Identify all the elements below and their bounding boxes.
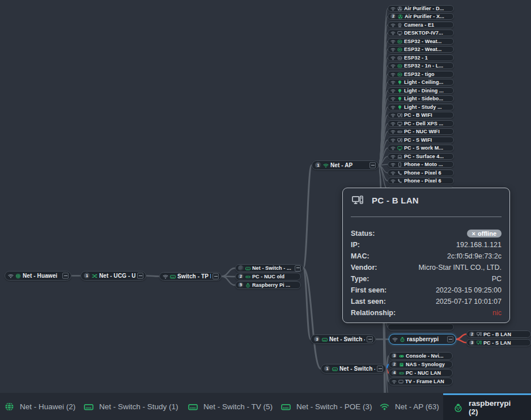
tab-raspberrypi-2[interactable]: raspberrypi (2): [443, 393, 531, 420]
switch-icon: [84, 402, 94, 411]
switch-icon: [332, 366, 338, 372]
wifi-icon: [380, 402, 389, 411]
node-ap22[interactable]: Phone - Pixel 6: [388, 177, 454, 184]
wifi-icon: [390, 179, 396, 184]
minipc-icon: [245, 274, 250, 279]
wifi-icon: [390, 138, 396, 143]
popup-fields: Status:×offlineIP:192.168.1.121MAC:2c:f0…: [351, 228, 502, 319]
switch-icon: [170, 274, 176, 279]
tab-net-switch-poe-3[interactable]: Net - Switch - POE (3): [281, 393, 372, 420]
node-ap[interactable]: 1Net - AP: [312, 160, 379, 170]
collapse-button[interactable]: [213, 273, 219, 279]
node-ap4[interactable]: DESKTOP-IV7...: [388, 29, 454, 36]
tab-label: Net - AP (63): [395, 402, 439, 411]
bulb-icon: [397, 105, 402, 110]
nas-icon: [399, 362, 404, 367]
collapse-button[interactable]: [377, 366, 383, 372]
wifi-icon: [163, 274, 168, 279]
shuffle-icon: [92, 273, 97, 279]
node-ap15[interactable]: PC - Dell XPS ...: [388, 120, 454, 127]
node-ap19[interactable]: PC - Surface 4...: [388, 153, 454, 160]
node-clip2[interactable]: [388, 324, 454, 330]
node-ap20[interactable]: Phone - Moto ...: [388, 161, 454, 168]
wifi-icon: [390, 154, 396, 159]
chip-icon: [397, 39, 402, 44]
collapse-button[interactable]: [62, 273, 69, 279]
node-hub[interactable]: Net - Switch - ...: [235, 264, 303, 272]
raspberry-icon: [453, 403, 463, 413]
tab-net-switch-study-1[interactable]: Net - Switch - Study (1): [84, 393, 179, 420]
gamepad-icon: [399, 354, 404, 359]
field-value: 2c:f0:5d:9e:73:2c: [447, 252, 502, 260]
node-ap9[interactable]: ESP32 - tigo: [388, 71, 454, 78]
tab-net-switch-tv-5[interactable]: Net - Switch - TV (5): [188, 393, 273, 420]
node-ap18[interactable]: PC - S work M...: [388, 145, 454, 151]
node-ap12[interactable]: Light - Sidebo...: [388, 95, 454, 102]
field-value: Micro-Star INTL CO., LTD.: [418, 264, 502, 271]
node-nuclan[interactable]: 4PC - NUC LAN: [389, 369, 453, 377]
field-label: Vendor:: [351, 264, 377, 271]
field-value: 2025-07-17 10:01:07: [436, 298, 502, 306]
node-ap21[interactable]: Phone - Pixel 6: [388, 169, 454, 176]
node-label: Console - Nvi...: [406, 353, 451, 359]
node-tp[interactable]: Switch - TP li...: [159, 272, 222, 281]
node-ap2[interactable]: 2Air Purifier - X...: [388, 13, 454, 20]
tab-net-huawei-2[interactable]: Net - Huawei (2): [5, 393, 75, 420]
node-console[interactable]: 3Console - Nvi...: [389, 352, 453, 360]
node-ap16[interactable]: PC - NUC WIFI: [388, 128, 454, 135]
field-label: MAC:: [351, 252, 369, 260]
node-rpi[interactable]: raspberrypi: [389, 334, 456, 345]
node-label: ESP32 - Weat...: [404, 46, 452, 52]
tab-label: Net - Switch - POE (3): [296, 402, 372, 411]
wifi-icon: [390, 56, 396, 61]
topology-canvas[interactable]: Net - Huawei1Net - UCG - Ul...Switch - T…: [0, 0, 531, 420]
node-ap3[interactable]: Camera - E1: [388, 22, 454, 28]
node-ap5[interactable]: ESP32 - Weat...: [388, 38, 454, 45]
node-nucold[interactable]: 2PC - NUC old: [235, 273, 301, 281]
field-value: 2022-03-15 09:25:00: [436, 286, 502, 294]
collapse-button[interactable]: [369, 162, 376, 168]
node-ucg[interactable]: 1Net - UCG - Ul...: [80, 271, 146, 281]
node-tvframe[interactable]: TV - Frame LAN: [389, 377, 453, 385]
wifi-icon: [390, 63, 396, 69]
popup-field-row: Relationship:nic: [351, 307, 502, 319]
fan-icon: [398, 14, 403, 19]
node-ap11[interactable]: Light - Dining ...: [388, 87, 454, 94]
node-nas[interactable]: 2NAS - Synology: [389, 360, 453, 368]
switch-icon: [245, 266, 250, 271]
node-ap17[interactable]: PC - S WIFI: [388, 137, 454, 143]
port-badge: 2: [469, 332, 475, 337]
node-ap7[interactable]: ESP32 - 1: [388, 54, 454, 61]
popup-divider: [351, 217, 502, 217]
collapse-button[interactable]: [367, 336, 373, 342]
port-badge: 2: [238, 274, 244, 279]
node-ap1[interactable]: Air Purifier - D...: [388, 5, 454, 12]
wifi-icon: [390, 39, 396, 44]
popup-field-row: Last seen:2025-07-17 10:01:07: [351, 296, 502, 307]
node-label: PC - NUC LAN: [406, 370, 451, 376]
node-sw3[interactable]: 3Net - Switch - ...: [311, 334, 376, 344]
graph-edge: [222, 268, 235, 277]
node-pcs[interactable]: 3PC - S LAN: [466, 339, 531, 346]
node-ap8[interactable]: ESP32 - 1n - L...: [388, 62, 454, 69]
collapse-button[interactable]: [137, 273, 143, 279]
node-ap14[interactable]: PC - B WIFI: [388, 112, 454, 118]
node-ap13[interactable]: Light - Study ...: [388, 104, 454, 111]
collapse-button[interactable]: [447, 336, 453, 342]
node-ap6[interactable]: ESP32 - Weat...: [388, 46, 454, 53]
collapse-button[interactable]: [295, 265, 301, 271]
node-ap10[interactable]: Light - Ceiling...: [388, 79, 454, 86]
node-pcb[interactable]: 2PC - B LAN: [466, 330, 531, 338]
minipc-icon: [399, 371, 404, 376]
node-label: PC - Dell XPS ...: [404, 121, 452, 126]
tab-net-ap-63[interactable]: Net - AP (63): [380, 393, 439, 420]
monitor-icon: [397, 121, 402, 126]
node-huawei[interactable]: Net - Huawei: [5, 271, 71, 281]
x-icon: ×: [472, 230, 475, 237]
node-sw1[interactable]: 1Net - Switch - ...: [321, 364, 386, 374]
node-rpi5[interactable]: 5Raspberry Pi ...: [235, 281, 301, 289]
node-label: NAS - Synology: [406, 362, 451, 367]
popup-header: PC - B LAN: [352, 194, 419, 206]
node-label: Phone - Pixel 6: [404, 170, 452, 176]
graph-edge: [456, 334, 466, 340]
